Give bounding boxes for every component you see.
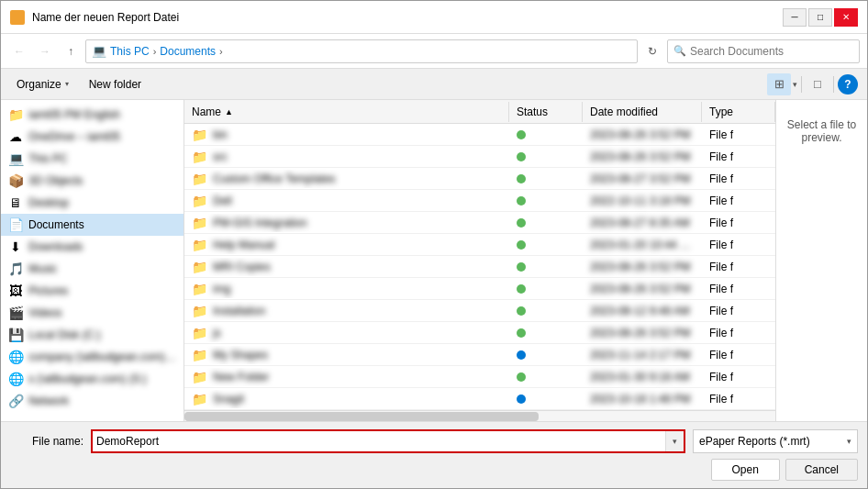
nav-item-label-item13: s (\atlbudgean.com) (S:) — [28, 372, 147, 385]
status-dot — [517, 395, 526, 404]
file-cell-status — [509, 194, 583, 207]
file-name-text: New Folder — [213, 371, 269, 383]
nav-item-label-item9: Pictures — [28, 284, 68, 297]
col-type-label: Type — [709, 106, 733, 118]
open-button[interactable]: Open — [711, 459, 780, 481]
new-folder-button[interactable]: New folder — [83, 74, 148, 94]
file-cell-status — [509, 261, 583, 273]
col-name-label: Name — [192, 106, 221, 118]
nav-item-item7[interactable]: ⬇Downloads — [1, 236, 184, 258]
table-row[interactable]: 📁Custom Office Templates2023-08-27 3:52 … — [184, 168, 775, 190]
close-button[interactable]: ✕ — [834, 8, 858, 27]
table-row[interactable]: 📁Help Manual2023-01-20 10:44 AMFile f — [184, 234, 775, 256]
file-cell-date: 2023-11-14 2:17 PM — [583, 347, 702, 363]
file-cell-status — [509, 349, 583, 361]
nav-item-item4[interactable]: 📦3D Objects — [1, 170, 184, 192]
file-cell-date: 2022-10-11 3:18 PM — [583, 193, 702, 209]
organize-button[interactable]: Organize ▾ — [10, 74, 75, 94]
table-row[interactable]: 📁Dell2022-10-11 3:18 PMFile f — [184, 190, 775, 212]
file-cell-type: File f — [702, 369, 775, 385]
table-row[interactable]: 📁js2023-08-26 3:52 PMFile f — [184, 322, 775, 344]
filename-input-wrap: ▾ — [91, 429, 685, 453]
preview-pane: Select a file to preview. — [775, 100, 867, 421]
file-name-text: Dell — [213, 194, 232, 207]
view-chevron-icon: ▾ — [793, 80, 797, 89]
nav-item-item10[interactable]: 🎬Videos — [1, 302, 184, 324]
col-header-name[interactable]: Name ▲ — [184, 102, 509, 122]
breadcrumb-this-pc[interactable]: This PC — [110, 45, 150, 58]
file-cell-type: File f — [702, 325, 775, 341]
nav-item-item1[interactable]: 📁iamt05 PM English — [1, 104, 184, 126]
file-cell-type: File f — [702, 127, 775, 143]
filetype-select[interactable]: ePaper Reports (*.mrt) ▾ — [693, 429, 858, 453]
filename-dropdown-button[interactable]: ▾ — [665, 431, 684, 451]
table-row[interactable]: 📁My Shapes2023-11-14 2:17 PMFile f — [184, 344, 775, 366]
file-cell-status — [509, 393, 583, 406]
table-row[interactable]: 📁Installation2023-08-12 9:48 AMFile f — [184, 300, 775, 322]
file-cell-type: File f — [702, 281, 775, 297]
status-dot — [517, 306, 526, 316]
search-input[interactable] — [690, 45, 853, 58]
file-cell-date: 2023-08-27 8:35 AM — [583, 215, 702, 231]
file-cell-status — [509, 217, 583, 229]
breadcrumb-documents[interactable]: Documents — [160, 45, 216, 58]
nav-item-item5[interactable]: 🖥Desktop — [1, 192, 184, 214]
title-bar-controls: ─ □ ✕ — [783, 8, 858, 27]
nav-item-item2[interactable]: ☁OneDrive – iamt05 — [1, 126, 184, 148]
nav-item-icon-item8: 🎵 — [8, 261, 23, 276]
up-button[interactable]: ↑ — [60, 40, 82, 62]
table-row[interactable]: 📁MRI Copies2023-08-26 3:52 PMFile f — [184, 256, 775, 278]
nav-item-item11[interactable]: 💾Local Disk (C:) — [1, 324, 184, 346]
table-row[interactable]: 📁PM-GIS Integration2023-08-27 8:35 AMFil… — [184, 212, 775, 234]
file-name-text: My Shapes — [213, 349, 268, 361]
table-row[interactable]: 📁src2023-08-26 3:52 PMFile f — [184, 146, 775, 168]
refresh-button[interactable]: ↻ — [641, 40, 663, 62]
nav-item-item9[interactable]: 🖼Pictures — [1, 280, 184, 302]
table-row[interactable]: 📁bin2023-08-26 3:52 PMFile f — [184, 124, 775, 146]
table-row[interactable]: 📁Snagit2023-10-18 1:48 PMFile f — [184, 388, 775, 410]
minimize-button[interactable]: ─ — [783, 8, 807, 27]
hscroll-thumb — [184, 412, 539, 421]
file-pane: Name ▲ Status Date modified Type 📁bin202… — [184, 100, 775, 421]
nav-item-icon-item5: 🖥 — [8, 195, 23, 210]
maximize-button[interactable]: □ — [808, 8, 832, 27]
nav-item-label-item6: Documents — [28, 218, 84, 231]
cancel-button[interactable]: Cancel — [785, 459, 858, 481]
nav-item-item6[interactable]: 📄Documents — [1, 214, 184, 236]
dialog-window: Name der neuen Report Datei ─ □ ✕ ← → ↑ … — [0, 0, 868, 489]
forward-button[interactable]: → — [34, 40, 56, 62]
nav-item-item13[interactable]: 🌐s (\atlbudgean.com) (S:) — [1, 368, 184, 390]
file-cell-date: 2023-01-20 10:44 AM — [583, 237, 702, 253]
folder-icon: 📁 — [192, 194, 207, 208]
back-button[interactable]: ← — [8, 40, 30, 62]
col-header-date[interactable]: Date modified — [583, 102, 702, 122]
filename-input[interactable] — [93, 431, 665, 451]
nav-item-label-item4: 3D Objects — [28, 174, 83, 187]
file-list-scroll[interactable]: 📁bin2023-08-26 3:52 PMFile f📁src2023-08-… — [184, 124, 775, 410]
col-header-status[interactable]: Status — [509, 102, 583, 122]
folder-icon: 📁 — [192, 260, 207, 274]
file-cell-date: 2023-10-18 1:48 PM — [583, 391, 702, 407]
table-row[interactable]: 📁New Folder2023-01-30 9:18 AMFile f — [184, 366, 775, 388]
breadcrumb-icon: 💻 — [92, 44, 106, 58]
table-row[interactable]: 📁img2023-08-26 3:52 PMFile f — [184, 278, 775, 300]
file-cell-name: 📁src — [184, 148, 509, 166]
file-name-text: PM-GIS Integration — [213, 217, 307, 229]
search-box: 🔍 — [667, 39, 860, 63]
nav-item-item8[interactable]: 🎵Music — [1, 258, 184, 280]
filetype-label: ePaper Reports (*.mrt) — [699, 435, 843, 448]
file-list-hscroll[interactable] — [184, 410, 775, 421]
nav-item-item12[interactable]: 🌐company (\atlbudgean.com) (T:) — [1, 346, 184, 368]
help-button[interactable]: ? — [838, 74, 858, 94]
view-details-button[interactable]: ⊞ — [767, 73, 791, 95]
preview-pane-button[interactable]: □ — [806, 73, 829, 95]
view-separator — [801, 76, 802, 93]
file-cell-date: 2023-08-26 3:52 PM — [583, 127, 702, 143]
file-cell-status — [509, 305, 583, 317]
view-separator-2 — [833, 76, 834, 93]
nav-item-item3[interactable]: 💻This PC — [1, 148, 184, 170]
filename-label: File name: — [10, 435, 83, 448]
nav-item-item14[interactable]: 🔗Network — [1, 390, 184, 412]
col-header-type[interactable]: Type — [702, 102, 775, 122]
file-cell-type: File f — [702, 215, 775, 231]
